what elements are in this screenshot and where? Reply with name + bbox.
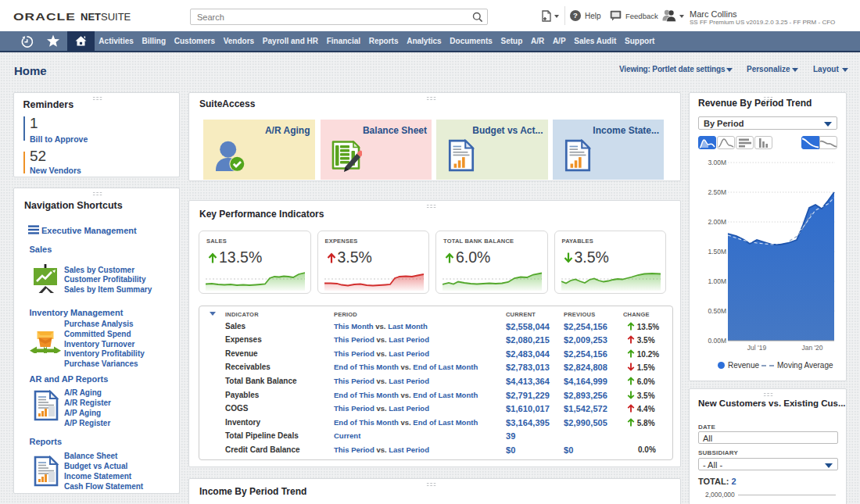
svg-text:3.00M: 3.00M (708, 159, 726, 166)
svg-text:0.50M: 0.50M (708, 307, 726, 315)
svg-text:?: ? (573, 11, 578, 20)
svg-text:Jul '19: Jul '19 (747, 344, 767, 350)
svg-text:2.50M: 2.50M (708, 188, 726, 196)
svg-text:1.50M: 1.50M (708, 248, 726, 256)
svg-text:0.00M: 0.00M (708, 337, 726, 345)
svg-text:1.00M: 1.00M (708, 277, 726, 285)
svg-text:2.00M: 2.00M (708, 218, 726, 226)
svg-text:Jan '20: Jan '20 (801, 344, 822, 350)
